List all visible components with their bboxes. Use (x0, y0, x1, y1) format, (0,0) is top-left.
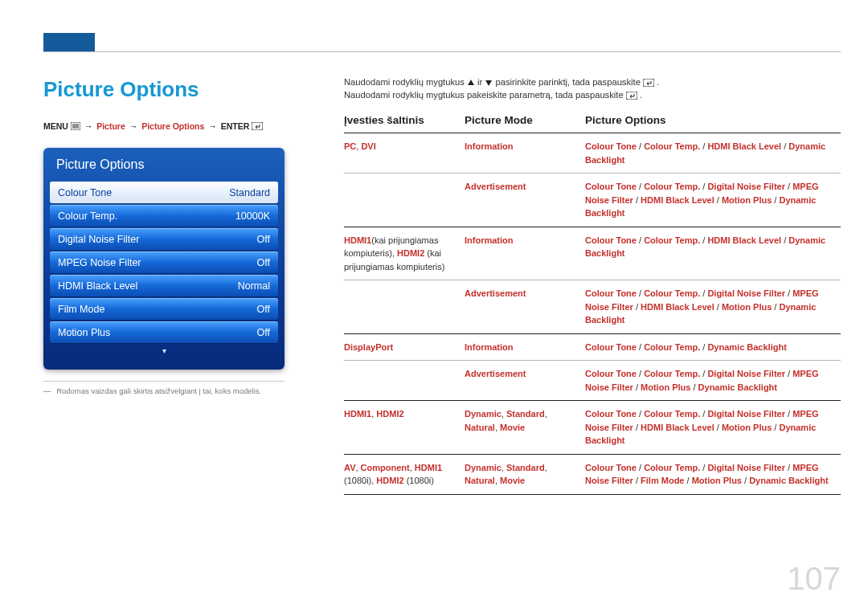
highlight-text: Colour Temp. (644, 182, 700, 191)
plain-text: / (785, 288, 792, 298)
plain-text: / (700, 288, 707, 298)
highlight-text: Digital Noise Filter (707, 369, 785, 378)
highlight-text: PC (344, 141, 356, 151)
highlight-text: Advertisement (465, 288, 526, 298)
highlight-text: Colour Tone (585, 369, 637, 378)
highlight-text: Film Mode (641, 476, 684, 485)
osd-item[interactable]: Digital Noise FilterOff (50, 228, 278, 250)
highlight-text: HDMI Black Level (641, 423, 714, 432)
highlight-text: Motion Plus (722, 195, 772, 205)
osd-item[interactable]: Colour ToneStandard (50, 182, 278, 203)
intro-text: ir (477, 77, 485, 87)
options-table: Įvesties šaltinis Picture Mode Picture O… (344, 114, 841, 495)
th-options: Picture Options (585, 114, 841, 133)
osd-item-label: Motion Plus (58, 327, 110, 338)
intro-text: pasirinkite parinktį, tada paspauskite (496, 77, 643, 87)
header-color-tab (43, 33, 95, 51)
osd-item-list: Colour ToneStandardColour Temp.10000KDig… (50, 182, 278, 343)
highlight-text: Dynamic (465, 463, 502, 472)
breadcrumb-arrow: → (83, 121, 95, 131)
down-arrow-icon (485, 79, 493, 87)
plain-text: / (633, 423, 641, 432)
highlight-text: Information (465, 235, 514, 245)
highlight-text: Information (465, 141, 514, 151)
osd-item[interactable]: Film ModeOff (50, 298, 278, 320)
plain-text: / (637, 369, 644, 378)
table-row: AdvertisementColour Tone / Colour Temp. … (344, 361, 841, 401)
cell-options: Colour Tone / Colour Temp. / Digital Noi… (585, 280, 841, 334)
osd-item[interactable]: Motion PlusOff (50, 321, 278, 343)
highlight-text: Colour Temp. (644, 369, 700, 378)
highlight-text: Digital Noise Filter (707, 288, 785, 298)
osd-item[interactable]: MPEG Noise FilterOff (50, 251, 278, 273)
cell-source (344, 361, 465, 401)
highlight-text: Colour Tone (585, 288, 637, 298)
cell-options: Colour Tone / Colour Temp. / HDMI Black … (585, 227, 841, 280)
page-title: Picture Options (43, 77, 315, 102)
highlight-text: Motion Plus (722, 423, 772, 432)
plain-text: / (637, 141, 644, 151)
highlight-text: Dynamic Backlight (749, 476, 828, 485)
breadcrumb-menu: MENU (43, 121, 68, 131)
osd-item-value: Standard (229, 187, 270, 198)
page-content: Picture Options MENU → Picture → Picture… (43, 77, 841, 495)
table-header-row: Įvesties šaltinis Picture Mode Picture O… (344, 114, 841, 133)
plain-text: / (785, 409, 792, 419)
svg-rect-7 (643, 79, 654, 87)
cell-options: Colour Tone / Colour Temp. / Digital Noi… (585, 361, 841, 401)
plain-text: / (781, 235, 788, 245)
osd-item[interactable]: HDMI Black LevelNormal (50, 275, 278, 296)
intro-line-1: Naudodami rodyklių mygtukus ir pasirinki… (344, 77, 841, 87)
plain-text: / (633, 302, 641, 312)
cell-mode: Information (465, 133, 585, 174)
intro-line-2: Naudodami rodyklių mygtukus pakeiskite p… (344, 90, 841, 100)
th-source: Įvesties šaltinis (344, 114, 465, 133)
plain-text: / (714, 195, 722, 205)
osd-item-value: Off (257, 327, 270, 338)
osd-item-value: Off (257, 257, 270, 268)
plain-text: (1080i), (344, 476, 376, 485)
plain-text: / (633, 382, 641, 392)
enter-icon (626, 92, 637, 100)
osd-item-label: Digital Noise Filter (58, 234, 139, 245)
highlight-text: Colour Temp. (644, 141, 700, 151)
plain-text: / (633, 476, 641, 485)
highlight-text: HDMI2 (397, 248, 424, 258)
highlight-text: Colour Tone (585, 182, 637, 191)
highlight-text: HDMI1 (344, 409, 371, 419)
cell-mode: Dynamic, Standard, Natural, Movie (465, 454, 585, 494)
plain-text: / (714, 302, 722, 312)
table-row: HDMI1, HDMI2Dynamic, Standard, Natural, … (344, 401, 841, 455)
plain-text: / (684, 476, 691, 485)
highlight-text: Colour Tone (585, 141, 637, 151)
highlight-text: Motion Plus (641, 382, 690, 392)
highlight-text: Standard (506, 463, 545, 472)
highlight-text: Advertisement (465, 369, 526, 378)
osd-item[interactable]: Colour Temp.10000K (50, 205, 278, 227)
plain-text: / (714, 423, 722, 432)
cell-source: AV, Component, HDMI1 (1080i), HDMI2 (108… (344, 454, 465, 494)
up-arrow-icon (467, 79, 475, 87)
highlight-text: DVI (361, 141, 375, 151)
cell-options: Colour Tone / Colour Temp. / Digital Noi… (585, 454, 841, 494)
footnote-rule (43, 381, 285, 382)
osd-title: Picture Options (50, 156, 278, 180)
osd-item-value: Off (257, 304, 270, 315)
svg-rect-4 (252, 122, 263, 130)
highlight-text: DisplayPort (344, 342, 393, 352)
highlight-text: HDMI Black Level (707, 141, 781, 151)
enter-icon (643, 79, 654, 87)
highlight-text: HDMI Black Level (641, 302, 714, 312)
th-mode: Picture Mode (465, 114, 585, 133)
page-number: 107 (787, 561, 841, 597)
cell-source: HDMI1, HDMI2 (344, 401, 465, 455)
osd-item-label: Colour Temp. (58, 210, 117, 222)
plain-text: / (700, 235, 707, 245)
highlight-text: Component (361, 463, 410, 472)
highlight-text: Movie (500, 476, 525, 485)
highlight-text: Colour Temp. (644, 342, 700, 352)
highlight-text: HDMI2 (376, 409, 403, 419)
plain-text: / (637, 463, 644, 472)
breadcrumb-arrow: → (207, 121, 219, 131)
highlight-text: Natural (465, 476, 495, 485)
